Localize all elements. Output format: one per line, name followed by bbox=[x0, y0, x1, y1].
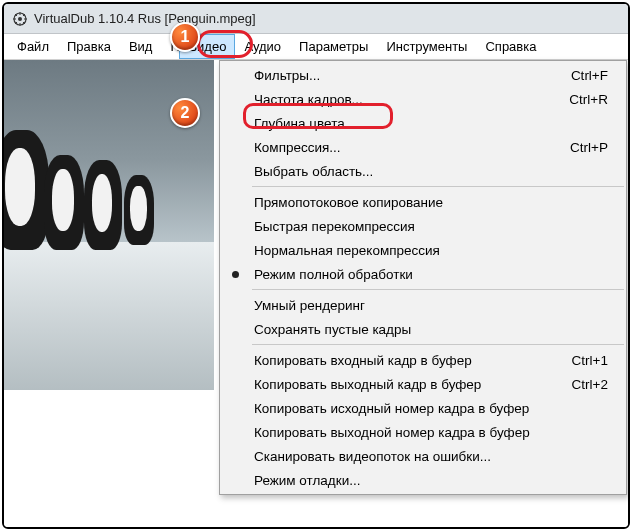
video-menu-dropdown: Фильтры... Ctrl+F Частота кадров... Ctrl… bbox=[219, 60, 627, 495]
menu-tools[interactable]: Инструменты bbox=[377, 34, 476, 59]
menuitem-smartrender[interactable]: Умный рендеринг bbox=[220, 293, 626, 317]
content-area: Фильтры... Ctrl+F Частота кадров... Ctrl… bbox=[4, 60, 628, 527]
menu-separator bbox=[252, 344, 624, 345]
menubar: Файл Правка Вид Переход Видео Аудио Пара… bbox=[4, 34, 628, 60]
menu-audio[interactable]: Аудио bbox=[235, 34, 290, 59]
menuitem-scan-errors[interactable]: Сканировать видеопоток на ошибки... bbox=[220, 444, 626, 468]
annotation-badge-2: 2 bbox=[170, 98, 200, 128]
app-icon bbox=[12, 11, 28, 27]
titlebar: VirtualDub 1.10.4 Rus [Penguin.mpeg] bbox=[4, 4, 628, 34]
svg-point-1 bbox=[18, 17, 22, 21]
menu-help[interactable]: Справка bbox=[476, 34, 545, 59]
menuitem-compression[interactable]: Компрессия... Ctrl+P bbox=[220, 135, 626, 159]
menuitem-colordepth[interactable]: Глубина цвета... bbox=[220, 111, 626, 135]
menu-options[interactable]: Параметры bbox=[290, 34, 377, 59]
menuitem-filters[interactable]: Фильтры... Ctrl+F bbox=[220, 63, 626, 87]
menu-separator bbox=[252, 186, 624, 187]
annotation-badge-1: 1 bbox=[170, 22, 200, 52]
menuitem-debug[interactable]: Режим отладки... bbox=[220, 468, 626, 492]
window-title: VirtualDub 1.10.4 Rus [Penguin.mpeg] bbox=[34, 11, 256, 26]
menuitem-keepempty[interactable]: Сохранять пустые кадры bbox=[220, 317, 626, 341]
menuitem-directstream[interactable]: Прямопотоковое копирование bbox=[220, 190, 626, 214]
menuitem-copy-src-num[interactable]: Копировать исходный номер кадра в буфер bbox=[220, 396, 626, 420]
radio-dot-icon bbox=[220, 271, 250, 278]
menuitem-normalrecompress[interactable]: Нормальная перекомпрессия bbox=[220, 238, 626, 262]
menuitem-fastrecompress[interactable]: Быстрая перекомпрессия bbox=[220, 214, 626, 238]
menu-file[interactable]: Файл bbox=[8, 34, 58, 59]
menuitem-copy-out-frame[interactable]: Копировать выходный кадр в буфер Ctrl+2 bbox=[220, 372, 626, 396]
menuitem-selectrange[interactable]: Выбрать область... bbox=[220, 159, 626, 183]
app-window: VirtualDub 1.10.4 Rus [Penguin.mpeg] Фай… bbox=[2, 2, 630, 529]
menu-edit[interactable]: Правка bbox=[58, 34, 120, 59]
menu-separator bbox=[252, 289, 624, 290]
menu-view[interactable]: Вид bbox=[120, 34, 162, 59]
menuitem-fullprocessing[interactable]: Режим полной обработки bbox=[220, 262, 626, 286]
menuitem-framerate[interactable]: Частота кадров... Ctrl+R bbox=[220, 87, 626, 111]
menuitem-copy-in-frame[interactable]: Копировать входный кадр в буфер Ctrl+1 bbox=[220, 348, 626, 372]
menuitem-copy-out-num[interactable]: Копировать выходной номер кадра в буфер bbox=[220, 420, 626, 444]
